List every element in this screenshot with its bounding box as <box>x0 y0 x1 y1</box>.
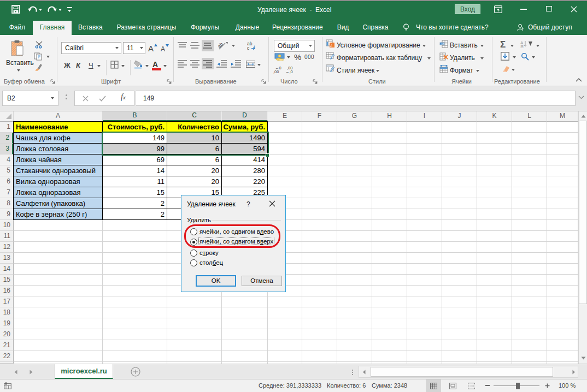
svg-text:ab: ab <box>218 41 224 49</box>
svg-text:≠: ≠ <box>330 43 333 48</box>
svg-text:→,0: →,0 <box>285 69 293 74</box>
svg-text:,00: ,00 <box>273 69 279 74</box>
svg-text:Я: Я <box>520 44 524 48</box>
